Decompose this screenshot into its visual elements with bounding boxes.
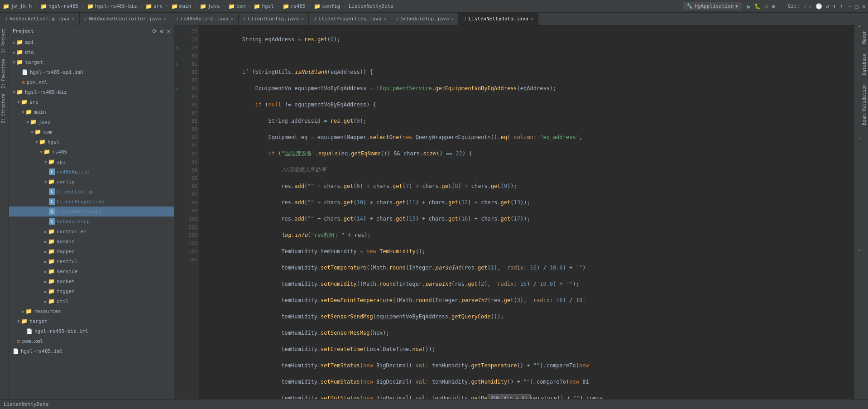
project-sync-icon[interactable]: ⟳ <box>152 28 157 34</box>
code-line-92: temHumidity.setHumidity((Math.round(Inte… <box>203 280 851 288</box>
side-tab-favorites[interactable]: 2: Favorites <box>0 56 9 91</box>
tree-item-hgsl-biz[interactable]: ▼ 📁 hgsl-rs485-biz <box>9 87 174 97</box>
run-config-selector[interactable]: 🔧 HgApplication ▼ <box>683 2 742 10</box>
tree-item-main[interactable]: ▼ 📁 main <box>9 107 174 117</box>
run-button[interactable]: ▶ <box>747 3 751 10</box>
tab-bar: J VebSocketConfig.java ✕ J WebSocketCont… <box>0 13 868 25</box>
tab-icon: J <box>463 16 466 21</box>
code-line-77: String eqAddress = res.get(0); <box>203 35 851 43</box>
side-tab-project[interactable]: 1: Project <box>0 25 9 56</box>
debug-button[interactable]: 🐛 <box>754 3 761 10</box>
tab-websocketcontroller[interactable]: J WebSocketController.java ✕ <box>80 13 171 25</box>
tab-close-button[interactable]: ✕ <box>531 16 533 21</box>
tree-item-resources[interactable]: ▶ 📁 resources <box>9 306 174 316</box>
code-line-99: temHumidity.setDptStatus(new BigDecimal(… <box>203 394 851 399</box>
tree-item-rs485apiiml[interactable]: C rs485ApiimI <box>9 167 174 177</box>
tab-label: ClientProperties.java <box>318 16 381 22</box>
right-tab-bean-validation[interactable]: Bean Validation <box>860 80 868 130</box>
tree-item-hgsl[interactable]: ▼ 📁 hgsl <box>9 137 174 147</box>
tab-close-button[interactable]: ✕ <box>72 16 74 21</box>
tree-item-pom2[interactable]: m pom.xml <box>9 336 174 346</box>
tree-item-util[interactable]: ▶ 📁 util <box>9 296 174 306</box>
breadcrumb-6[interactable]: 📁 com <box>228 3 245 10</box>
tree-item-controller[interactable]: ▶ 📁 controller <box>9 226 174 236</box>
code-line-78 <box>203 52 851 60</box>
scroll-indicator[interactable] <box>854 25 860 399</box>
git-check1: ✓ <box>803 3 806 10</box>
tree-item-socket[interactable]: ▶ 📁 socket <box>9 276 174 286</box>
breadcrumb-2[interactable]: 📁 hgsl-rs485-biz <box>87 3 137 10</box>
tree-item-root-iml[interactable]: 📄 hgsl-rs485.iml <box>9 346 174 356</box>
tab-close-button[interactable]: ✕ <box>384 16 386 21</box>
tree-item-service[interactable]: ▶ 📁 service <box>9 266 174 276</box>
tree-item-restful[interactable]: ▶ 📁 restful <box>9 256 174 266</box>
breadcrumb-4[interactable]: 📁 main <box>171 3 192 10</box>
tree-item-clientconfig[interactable]: C ClientConfig <box>9 187 174 197</box>
side-tab-structure[interactable]: Z: Structure <box>0 91 9 126</box>
tab-close-button[interactable]: ✕ <box>163 16 166 21</box>
tab-scheduletcp[interactable]: J ScheduleTcp.java ✕ <box>391 13 459 25</box>
code-line-87: res.add("" + chars.get(10) + chars.get(1… <box>203 198 851 207</box>
right-tab-database[interactable]: Database <box>860 48 868 80</box>
breadcrumb-8[interactable]: 📁 rs485 <box>283 3 306 10</box>
breadcrumb-10[interactable]: ListenNettyData <box>349 3 393 9</box>
breadcrumb-3[interactable]: 📁 src <box>145 3 163 10</box>
tab-label: ScheduleTcp.java <box>401 16 449 22</box>
tree-item-api[interactable]: ▶ 📁 api <box>9 37 174 47</box>
project-gear-icon[interactable]: ⚙ <box>160 28 163 34</box>
project-close-icon[interactable]: ✕ <box>167 28 170 34</box>
tree-item-target-biz[interactable]: ▼ 📁 target <box>9 316 174 326</box>
tree-item-mapper[interactable]: ▶ 📁 mapper <box>9 246 174 256</box>
tree-item-listennettydata[interactable]: C ListenNettyData <box>9 207 174 217</box>
tab-vebsocketconfig[interactable]: J VebSocketConfig.java ✕ <box>0 13 80 25</box>
code-line-98: temHumidity.setHumStatus(new BigDecimal(… <box>203 378 851 386</box>
tree-item-api2[interactable]: ▼ 📁 api <box>9 157 174 167</box>
tab-close-button[interactable]: ✕ <box>451 16 454 21</box>
coverage-button[interactable]: ☑ <box>765 3 768 10</box>
code-line-80: EquipmentVo equipmentVoByEqAddress = iEq… <box>203 84 851 92</box>
breadcrumb-1[interactable]: 📁 hgsl-rs485 <box>40 3 78 10</box>
project-tree: ▶ 📁 api ▶ 📁 dto ▼ 📁 target 📄 hgsl-rs485-… <box>9 37 174 399</box>
git-history-icon[interactable]: 🕐 <box>815 3 822 10</box>
git-revert-icon[interactable]: ↺ <box>826 3 829 10</box>
top-toolbar: 📁 jw_jk_h › 📁 hgsl-rs485 › 📁 hgsl-rs485-… <box>0 0 868 13</box>
tree-item-scheduletcp[interactable]: C ScheduleTcp <box>9 217 174 226</box>
right-tab-maven[interactable]: Maven <box>860 25 868 48</box>
tree-item-config[interactable]: ▼ 📁 config <box>9 177 174 187</box>
tree-item-hgsl-api-iml[interactable]: 📄 hgsl-rs485-api.iml <box>9 67 174 77</box>
tree-item-src[interactable]: ▼ 📁 src <box>9 97 174 107</box>
git-pull-icon[interactable]: ⬇ <box>839 3 843 10</box>
code-line-85: //温湿度入库处理 <box>203 166 851 174</box>
tab-clientproperties[interactable]: J ClientProperties.java ✕ <box>309 13 391 25</box>
tab-listennettydata[interactable]: J ListenNettyData.java ✕ <box>459 13 538 25</box>
code-line-95: temHumidity.setSensorResMsg(hex); <box>203 329 851 337</box>
tree-item-tigger[interactable]: ▶ 📁 tigger <box>9 286 174 296</box>
tree-item-clientproperties[interactable]: C ClientProperties <box>9 197 174 207</box>
breadcrumb-root[interactable]: 📁 jw_jk_h <box>3 3 32 10</box>
tree-item-target-top[interactable]: ▼ 📁 target <box>9 57 174 67</box>
tree-item-dto[interactable]: ▶ 📁 dto <box>9 47 174 57</box>
window-close[interactable]: ✕ <box>862 3 865 10</box>
breadcrumb-7[interactable]: 📁 hgsl <box>254 3 274 10</box>
tab-clientconfig[interactable]: J ClientConfig.java ✕ <box>239 13 309 25</box>
breadcrumb-5[interactable]: 📁 java <box>200 3 220 10</box>
tree-item-domain[interactable]: ▶ 📁 domain <box>9 236 174 246</box>
code-lines[interactable]: String eqAddress = res.get(0); if (Strin… <box>199 25 854 399</box>
tab-close-button[interactable]: ✕ <box>301 16 304 21</box>
tree-item-com[interactable]: ▼ 📁 com <box>9 127 174 137</box>
status-filename: ListenNettyData <box>4 401 48 407</box>
tab-icon: J <box>243 16 246 21</box>
window-minimize[interactable]: ─ <box>848 3 851 10</box>
tree-item-biz-iml[interactable]: 📄 hgsl-rs485-biz.iml <box>9 326 174 336</box>
tab-icon: J <box>5 16 7 21</box>
tree-item-pom1[interactable]: m pom.xml <box>9 77 174 87</box>
tab-rs485apiml[interactable]: J rs485ApiimI.java ✕ <box>171 13 239 25</box>
window-maximize[interactable]: □ <box>855 3 858 10</box>
code-line-88: res.add("" + chars.get(14) + chars.get(1… <box>203 215 851 223</box>
tree-item-java[interactable]: ▼ 📁 java <box>9 117 174 127</box>
tab-close-button[interactable]: ✕ <box>231 16 234 21</box>
breadcrumb-9[interactable]: 📁 config <box>314 3 340 10</box>
tree-item-rs485[interactable]: ▼ 📁 rs485 <box>9 147 174 157</box>
git-push-icon[interactable]: ⬆ <box>833 3 836 10</box>
profile-button[interactable]: ⚙ <box>772 3 775 10</box>
